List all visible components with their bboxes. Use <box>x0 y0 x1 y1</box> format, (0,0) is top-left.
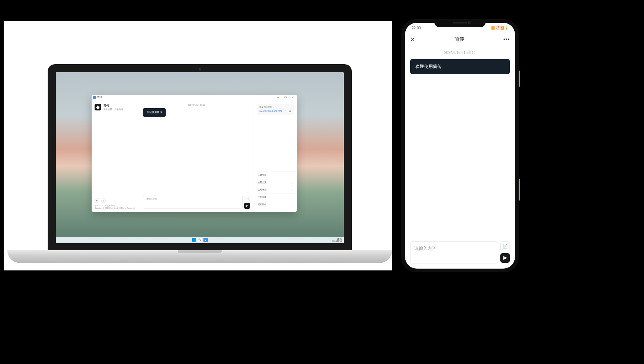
status-time: 22:00 <box>412 26 421 30</box>
right-panel: 共享访问地址： http://192.168.2.102:7072 ⎘ ▦ 反馈… <box>254 100 297 212</box>
main-panel: 2024/6/16 21:56:11 欢迎使用简传 请输入内容 📄 <box>139 100 254 212</box>
accordion-usage[interactable]: 使用方法⌄ <box>257 179 294 186</box>
search-icon[interactable]: 🔍 <box>198 238 202 242</box>
phone-content: 2024/6/16 21:56:11 欢迎使用简传 <box>405 46 515 238</box>
copyright-text: Copyright © 2024 EasySend. All Rights Re… <box>95 207 136 210</box>
phone-side-button <box>519 179 520 201</box>
phone-message-input[interactable]: 请输入内容 <box>410 241 498 263</box>
share-url[interactable]: http://192.168.2.102:7072 <box>259 110 284 112</box>
app-logo <box>95 104 101 110</box>
close-button[interactable]: ✕ <box>290 95 296 100</box>
phone-mockup: 22:00 📶 ⏰ 📶 🔋 ✕ 简传 ••• 2024/6/16 21:56:1… <box>401 19 519 272</box>
accordion-notes[interactable]: 注意事项⌄ <box>257 193 294 201</box>
maximize-button[interactable]: ☐ <box>282 95 289 100</box>
phone-notch <box>434 19 486 27</box>
phone-input-area: 请输入内容 📄 <box>405 238 515 269</box>
taskbar-app-icon[interactable]: ▲ <box>203 238 208 242</box>
accordion-scenarios[interactable]: 适用场景⌄ <box>257 186 294 193</box>
chevron-down-icon: ⌄ <box>292 182 293 184</box>
app-body: 简传 简单使用，传递方便 ↻ 文 版本 1.0.5（持续更新中）。 Copyri… <box>92 100 297 212</box>
status-icons: 📶 ⏰ 📶 🔋 <box>491 26 508 30</box>
more-icon[interactable]: ••• <box>503 36 510 42</box>
refresh-icon[interactable]: ↻ <box>95 199 99 203</box>
chevron-down-icon: ⌄ <box>292 204 293 206</box>
window-title: 简传 <box>97 96 275 99</box>
send-icon <box>246 204 249 207</box>
taskbar-clock[interactable]: 21:56 2024/06/16 <box>332 238 342 242</box>
chevron-down-icon: ⌄ <box>292 174 293 176</box>
sidebar-subtitle: 简单使用，传递方便 <box>103 108 123 111</box>
sidebar-header: 简传 简单使用，传递方便 <box>95 104 136 111</box>
laptop-base <box>7 250 392 263</box>
phone-timestamp: 2024/6/16 21:56:11 <box>410 51 510 55</box>
sidebar: 简传 简单使用，传递方便 ↻ 文 版本 1.0.5（持续更新中）。 Copyri… <box>92 100 139 212</box>
sidebar-icons: ↻ 文 <box>95 197 136 204</box>
sidebar-title: 简传 <box>103 104 123 108</box>
version-text: 版本 1.0.5（持续更新中）。 <box>95 204 136 207</box>
phone-attach-button[interactable]: 📄 <box>500 241 510 251</box>
app-window: 简传 ─ ☐ ✕ 简传 简单使用，传递方便 <box>92 95 297 212</box>
accordion-feedback[interactable]: 反馈交流⌄ <box>257 171 294 179</box>
welcome-message: 欢迎使用简传 <box>143 108 166 117</box>
window-controls: ─ ☐ ✕ <box>275 95 296 100</box>
language-icon[interactable]: 文 <box>101 199 106 203</box>
phone-camera <box>468 21 471 24</box>
app-icon <box>93 96 96 99</box>
message-input[interactable]: 请输入内容 <box>143 195 243 209</box>
share-box: 共享访问地址： http://192.168.2.102:7072 ⎘ ▦ <box>257 104 294 115</box>
window-titlebar: 简传 ─ ☐ ✕ <box>92 95 297 100</box>
laptop-screen: 简传 ─ ☐ ✕ 简传 简单使用，传递方便 <box>56 72 344 243</box>
input-row: 请输入内容 📄 <box>143 195 250 209</box>
laptop-bezel: 简传 ─ ☐ ✕ 简传 简单使用，传递方便 <box>48 64 352 251</box>
laptop-hinge-notch <box>178 250 222 253</box>
phone-speaker <box>453 22 467 23</box>
laptop-camera <box>199 68 201 70</box>
phone-send-button[interactable] <box>500 253 510 263</box>
send-icon <box>503 255 508 261</box>
chevron-down-icon: ⌄ <box>292 189 293 191</box>
laptop-mockup: 简传 ─ ☐ ✕ 简传 简单使用，传递方便 <box>4 21 392 270</box>
phone-side-button <box>519 70 520 87</box>
timestamp: 2024/6/16 21:56:11 <box>143 104 250 106</box>
phone-title: 简传 <box>415 36 503 43</box>
phone-welcome-message: 欢迎使用简传 <box>410 59 510 74</box>
copy-icon[interactable]: ⎘ <box>285 110 288 113</box>
attach-button[interactable]: 📄 <box>244 196 250 201</box>
start-button[interactable] <box>192 238 196 242</box>
phone-screen: 22:00 📶 ⏰ 📶 🔋 ✕ 简传 ••• 2024/6/16 21:56:1… <box>405 23 515 269</box>
close-icon[interactable]: ✕ <box>410 36 415 43</box>
chevron-down-icon: ⌄ <box>292 196 293 199</box>
taskbar: 🔍 ▲ 21:56 2024/06/16 <box>56 237 344 243</box>
qrcode-icon[interactable]: ▦ <box>289 110 292 113</box>
share-label: 共享访问地址： <box>259 106 292 109</box>
sidebar-footer: 版本 1.0.5（持续更新中）。 Copyright © 2024 EasySe… <box>95 204 136 210</box>
accordion-sponsor[interactable]: 赞助作者⌄ <box>257 201 294 208</box>
send-button[interactable] <box>244 203 250 209</box>
phone-header: ✕ 简传 ••• <box>405 33 515 46</box>
minimize-button[interactable]: ─ <box>275 95 281 100</box>
